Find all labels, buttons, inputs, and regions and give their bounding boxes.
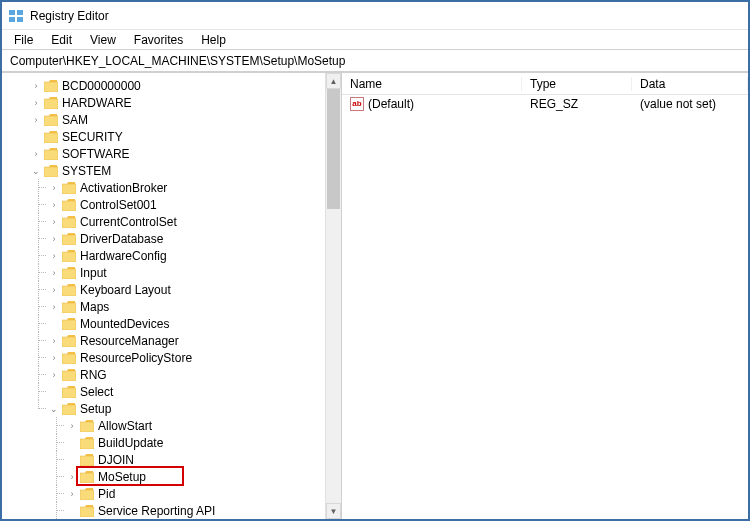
tree-item[interactable]: ›Pid xyxy=(66,485,325,502)
tree-item[interactable]: ›ActivationBroker xyxy=(48,179,325,196)
svg-rect-15 xyxy=(62,269,76,279)
chevron-right-icon[interactable]: › xyxy=(30,114,42,126)
tree-item[interactable]: ›MoSetup xyxy=(66,468,325,485)
tree-item[interactable]: ›DriverDatabase xyxy=(48,230,325,247)
menu-file[interactable]: File xyxy=(6,32,41,48)
tree-item[interactable]: BuildUpdate xyxy=(66,434,325,451)
tree-item[interactable]: ›Input xyxy=(48,264,325,281)
tree-item-label: AllowStart xyxy=(98,419,152,433)
svg-rect-19 xyxy=(62,337,76,347)
window-title: Registry Editor xyxy=(30,9,109,23)
menu-edit[interactable]: Edit xyxy=(43,32,80,48)
chevron-right-icon[interactable]: › xyxy=(48,250,60,262)
tree-item-label: SECURITY xyxy=(62,130,123,144)
folder-icon xyxy=(62,182,76,194)
column-data[interactable]: Data xyxy=(632,77,748,91)
tree-item-label: MountedDevices xyxy=(80,317,169,331)
tree-item[interactable]: ›HardwareConfig xyxy=(48,247,325,264)
chevron-right-icon[interactable]: › xyxy=(48,216,60,228)
value-row[interactable]: ab(Default)REG_SZ(value not set) xyxy=(342,95,748,113)
folder-icon xyxy=(80,505,94,517)
chevron-right-icon[interactable]: › xyxy=(66,471,78,483)
folder-icon xyxy=(44,114,58,126)
svg-rect-6 xyxy=(44,116,58,126)
menu-view[interactable]: View xyxy=(82,32,124,48)
tree-item[interactable]: SECURITY xyxy=(30,128,325,145)
folder-icon xyxy=(62,369,76,381)
tree-item[interactable]: ›BCD00000000 xyxy=(30,77,325,94)
chevron-right-icon[interactable]: › xyxy=(30,148,42,160)
menu-help[interactable]: Help xyxy=(193,32,234,48)
chevron-right-icon[interactable]: › xyxy=(48,352,60,364)
svg-rect-9 xyxy=(44,167,58,177)
chevron-right-icon[interactable]: › xyxy=(48,335,60,347)
tree-item[interactable]: ›SAM xyxy=(30,111,325,128)
chevron-right-icon[interactable]: › xyxy=(66,488,78,500)
column-type[interactable]: Type xyxy=(522,77,632,91)
folder-icon xyxy=(62,386,76,398)
address-bar xyxy=(2,50,748,72)
tree-item-label: Input xyxy=(80,266,107,280)
tree-item-label: ControlSet001 xyxy=(80,198,157,212)
tree-item[interactable]: MountedDevices xyxy=(48,315,325,332)
chevron-right-icon[interactable]: › xyxy=(48,284,60,296)
address-input[interactable] xyxy=(8,53,742,69)
svg-rect-2 xyxy=(9,17,15,22)
tree-item[interactable]: ›ResourceManager xyxy=(48,332,325,349)
chevron-right-icon[interactable]: › xyxy=(30,97,42,109)
tree-item[interactable]: DJOIN xyxy=(66,451,325,468)
svg-rect-21 xyxy=(62,371,76,381)
list-header: Name Type Data xyxy=(342,73,748,95)
split-panes: ›BCD00000000›HARDWARE›SAMSECURITY›SOFTWA… xyxy=(2,72,748,519)
tree-item[interactable]: ⌄Setup xyxy=(48,400,325,417)
chevron-right-icon[interactable]: › xyxy=(66,420,78,432)
scroll-up-button[interactable]: ▲ xyxy=(326,73,341,89)
tree-item-label: SYSTEM xyxy=(62,164,111,178)
tree-item-label: ActivationBroker xyxy=(80,181,167,195)
chevron-right-icon[interactable]: › xyxy=(48,233,60,245)
tree-item[interactable]: ›RNG xyxy=(48,366,325,383)
chevron-right-icon[interactable]: › xyxy=(48,199,60,211)
folder-icon xyxy=(62,352,76,364)
value-type: REG_SZ xyxy=(522,97,632,111)
tree-item[interactable]: Service Reporting API xyxy=(66,502,325,519)
chevron-right-icon[interactable]: › xyxy=(48,301,60,313)
chevron-down-icon[interactable]: ⌄ xyxy=(30,165,42,177)
tree-item[interactable]: ›Maps xyxy=(48,298,325,315)
chevron-right-icon[interactable]: › xyxy=(48,369,60,381)
tree-item-label: Service Reporting API xyxy=(98,504,215,518)
tree-item[interactable]: ›ResourcePolicyStore xyxy=(48,349,325,366)
values-pane: Name Type Data ab(Default)REG_SZ(value n… xyxy=(342,73,748,519)
chevron-right-icon[interactable]: › xyxy=(48,182,60,194)
menu-favorites[interactable]: Favorites xyxy=(126,32,191,48)
tree-item[interactable]: ›CurrentControlSet xyxy=(48,213,325,230)
tree-item[interactable]: ⌄SYSTEM xyxy=(30,162,325,179)
svg-rect-24 xyxy=(80,422,94,432)
tree-item-label: HardwareConfig xyxy=(80,249,167,263)
svg-rect-22 xyxy=(62,388,76,398)
value-data: (value not set) xyxy=(632,97,748,111)
tree-scroll[interactable]: ›BCD00000000›HARDWARE›SAMSECURITY›SOFTWA… xyxy=(2,73,325,519)
chevron-down-icon[interactable]: ⌄ xyxy=(48,403,60,415)
folder-icon xyxy=(62,335,76,347)
tree-item[interactable]: ›SOFTWARE xyxy=(30,145,325,162)
folder-icon xyxy=(62,318,76,330)
tree-item[interactable]: ›HARDWARE xyxy=(30,94,325,111)
tree-item[interactable]: Select xyxy=(48,383,325,400)
tree-item-label: SOFTWARE xyxy=(62,147,130,161)
tree-pane: ›BCD00000000›HARDWARE›SAMSECURITY›SOFTWA… xyxy=(2,73,342,519)
scroll-down-button[interactable]: ▼ xyxy=(326,503,341,519)
tree-item[interactable]: ›Keyboard Layout xyxy=(48,281,325,298)
svg-rect-4 xyxy=(44,82,58,92)
folder-icon xyxy=(62,250,76,262)
scrollbar-thumb[interactable] xyxy=(327,89,340,209)
svg-rect-18 xyxy=(62,320,76,330)
chevron-right-icon[interactable]: › xyxy=(30,80,42,92)
tree-item[interactable]: ›ControlSet001 xyxy=(48,196,325,213)
vertical-scrollbar[interactable]: ▲ ▼ xyxy=(325,73,341,519)
folder-icon xyxy=(44,97,58,109)
column-name[interactable]: Name xyxy=(342,77,522,91)
tree-item[interactable]: ›AllowStart xyxy=(66,417,325,434)
svg-rect-1 xyxy=(17,10,23,15)
chevron-right-icon[interactable]: › xyxy=(48,267,60,279)
